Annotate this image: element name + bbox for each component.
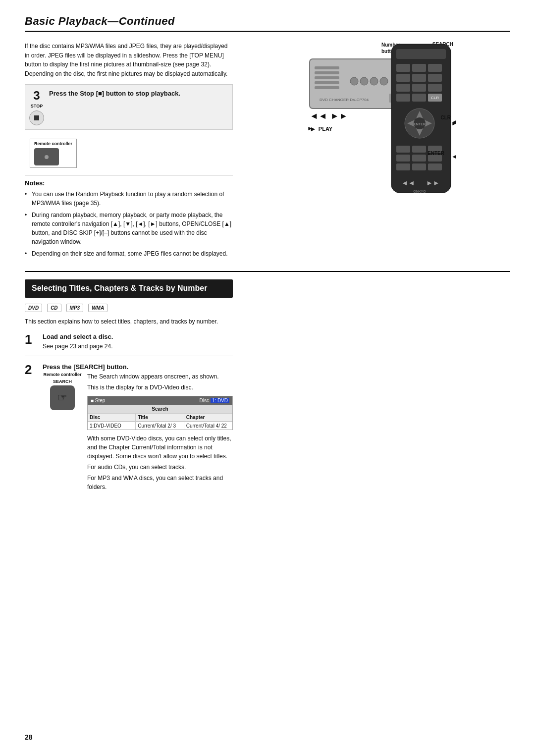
step-1-number: 1 <box>25 333 36 351</box>
svg-point-7 <box>360 77 368 85</box>
search-header-step: ■ Step <box>91 398 105 403</box>
badge-dvd: DVD <box>25 304 42 312</box>
stop-icon <box>29 110 44 125</box>
data-chapter: Current/Total 4/ 22 <box>184 422 232 430</box>
step-1-row: 1 Load and select a disc. See page 23 an… <box>25 333 233 356</box>
step-1-title: Load and select a disc. <box>43 333 233 340</box>
svg-text:◄◄: ◄◄ <box>401 179 415 187</box>
hand-icon: ☞ <box>57 391 67 404</box>
right-diagram-area: Number buttons SEARCH <box>248 42 510 261</box>
device-diagram: Number buttons SEARCH <box>305 42 453 210</box>
svg-rect-19 <box>412 74 426 82</box>
search-window-title: Search <box>88 405 232 413</box>
step-2-desc5: For MP3 and WMA discs, you can select tr… <box>87 474 233 491</box>
step-2-inner-row: Remote controller SEARCH ☞ The Search wi… <box>43 372 233 491</box>
format-badges: DVD CD MP3 WMA <box>25 304 233 312</box>
bottom-left-column: Selecting Titles, Chapters & Tracks by N… <box>25 279 233 503</box>
note-item-2: During random playback, memory playback,… <box>25 211 233 246</box>
search-window-data-row: 1:DVD-VIDEO Current/Total 2/ 3 Current/T… <box>88 421 232 430</box>
search-window-header: ■ Step Disc 1: DVD <box>88 396 232 405</box>
step-3-instruction: Press the Stop [■] button to stop playba… <box>49 89 228 125</box>
notes-title: Notes: <box>25 179 233 187</box>
search-btn-label: SEARCH <box>53 379 72 384</box>
svg-text:DVD CHANGER DV-CP704: DVD CHANGER DV-CP704 <box>320 98 369 102</box>
notes-section: Notes: You can use the Random Playback f… <box>25 175 233 258</box>
svg-rect-42 <box>396 163 410 170</box>
svg-rect-22 <box>412 84 426 92</box>
step-1-content: Load and select a disc. See page 23 and … <box>43 333 233 351</box>
arrow-clr-right: ► <box>451 120 457 127</box>
step-2-content: Press the [SEARCH] button. Remote contro… <box>43 363 233 491</box>
svg-rect-23 <box>428 84 442 92</box>
step-2-title: Press the [SEARCH] button. <box>43 363 233 371</box>
svg-rect-20 <box>428 74 442 82</box>
svg-text:CLR: CLR <box>431 96 439 100</box>
play-area: ► PLAY <box>310 125 332 133</box>
svg-rect-25 <box>412 94 426 102</box>
note-item-3: Depending on their size and format, some… <box>25 249 233 258</box>
arrow-right-play: ► <box>307 125 313 132</box>
nav-buttons-area: ◄◄ ►► <box>310 111 348 121</box>
step-2-remote-area: Remote controller SEARCH ☞ <box>43 372 82 491</box>
clr-label: CLR <box>440 115 451 120</box>
svg-text:ENTER: ENTER <box>414 122 426 126</box>
search-button-image: ☞ <box>50 385 75 410</box>
search-header-disc: Disc 1: DVD <box>200 398 229 403</box>
top-left-column: If the disc contains MP3/WMA files and J… <box>25 42 233 261</box>
svg-rect-44 <box>428 163 442 170</box>
step-2-desc1: The Search window appears onscreen, as s… <box>87 372 233 381</box>
data-title: Current/Total 2/ 3 <box>136 422 184 430</box>
search-window-col-headers: Disc Title Chapter <box>88 413 232 421</box>
page-title: Basic Playback—Continued <box>25 15 510 28</box>
enter-label: ENTER <box>428 151 444 156</box>
remote-controller-small: Remote controller <box>30 139 77 168</box>
svg-rect-4 <box>315 81 339 84</box>
search-window: ■ Step Disc 1: DVD Search Disc Title <box>87 396 233 430</box>
svg-rect-16 <box>412 64 426 72</box>
svg-text:►►: ►► <box>426 179 440 187</box>
step-3-box: 3 STOP Press the Stop [■] button to stop… <box>25 84 233 130</box>
arrow-right-enter: ◄ <box>451 153 457 160</box>
svg-rect-36 <box>396 146 410 153</box>
step-2-text-area: The Search window appears onscreen, as s… <box>87 372 233 491</box>
note-item-1: You can use the Random Playback function… <box>25 190 233 208</box>
notes-list: You can use the Random Playback function… <box>25 190 233 258</box>
bottom-right-column <box>248 279 510 503</box>
badge-cd: CD <box>47 304 61 312</box>
svg-rect-18 <box>396 74 410 82</box>
col-header-title: Title <box>136 414 184 421</box>
intro-paragraph: If the disc contains MP3/WMA files and J… <box>25 42 233 78</box>
page-number: 28 <box>25 733 33 741</box>
col-header-chapter: Chapter <box>184 414 232 421</box>
step-2-desc3: With some DVD-Video discs, you can selec… <box>87 434 233 461</box>
play-label: PLAY <box>319 126 332 132</box>
stop-label-small: STOP <box>31 104 43 108</box>
svg-rect-15 <box>396 64 410 72</box>
svg-rect-43 <box>412 163 426 170</box>
svg-rect-2 <box>315 71 339 74</box>
svg-rect-14 <box>396 49 446 59</box>
data-disc: 1:DVD-VIDEO <box>88 422 136 430</box>
step-2-row: 2 Press the [SEARCH] button. Remote cont… <box>25 363 233 496</box>
svg-point-6 <box>350 77 358 85</box>
svg-rect-40 <box>412 155 426 162</box>
remote-mini-image <box>34 148 59 165</box>
step-2-desc2: This is the display for a DVD-Video disc… <box>87 383 233 392</box>
page-header: Basic Playback—Continued <box>25 15 510 32</box>
step-3-text: Press the Stop [■] button to stop playba… <box>49 90 180 97</box>
svg-point-8 <box>370 77 378 85</box>
dvd-highlight: 1: DVD <box>211 398 229 403</box>
step-2-number: 2 <box>25 363 36 491</box>
step-1-desc: See page 23 and page 24. <box>43 342 233 351</box>
col-header-disc: Disc <box>88 414 136 421</box>
svg-rect-1 <box>315 66 339 69</box>
svg-text:ONKYO: ONKYO <box>413 190 426 193</box>
badge-mp3: MP3 <box>66 304 84 312</box>
section-divider <box>25 271 510 272</box>
svg-rect-24 <box>396 94 410 102</box>
remote-label-step2: Remote controller <box>43 372 81 377</box>
svg-rect-17 <box>428 64 442 72</box>
svg-rect-5 <box>315 86 339 89</box>
svg-rect-3 <box>315 76 339 79</box>
svg-rect-39 <box>396 155 410 162</box>
